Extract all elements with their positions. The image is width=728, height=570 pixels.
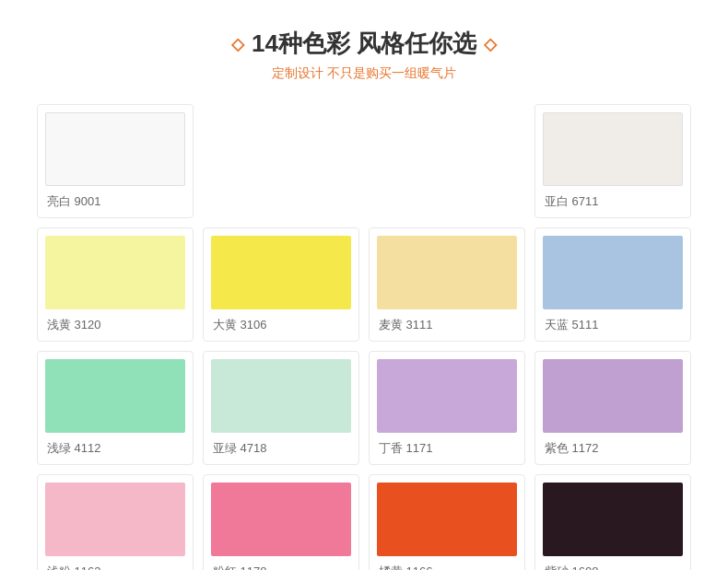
color-item-ju-huang[interactable]: 橘黄 1166 [369,474,525,570]
color-label-tian-lan: 天蓝 5111 [543,317,683,333]
color-swatch-ding-xiang [377,359,517,433]
color-item-qian-fen[interactable]: 浅粉 1163 [37,474,194,570]
color-item-tian-lan[interactable]: 天蓝 5111 [534,227,691,342]
color-empty-slot [203,104,359,218]
color-swatch-mai-huang [377,236,517,309]
page-wrapper: ◇ 14种色彩 风格任你选 ◇ 定制设计 不只是购买一组暖气片 亮白 9001亚… [0,0,728,570]
color-label-ya-lv: 亚绿 4718 [211,440,351,457]
color-label-ya-bai: 亚白 6711 [543,193,683,210]
color-swatch-fen-hong [211,483,351,556]
diamond-left-icon: ◇ [231,34,244,54]
color-item-mai-huang[interactable]: 麦黄 3111 [369,227,525,342]
color-item-fen-hong[interactable]: 粉红 1178 [203,474,359,570]
title-text: 14种色彩 风格任你选 [252,28,476,60]
page-title: ◇ 14种色彩 风格任你选 ◇ [37,28,691,60]
color-swatch-ya-lv [211,359,351,433]
color-label-qian-fen: 浅粉 1163 [45,564,185,570]
color-item-ding-xiang[interactable]: 丁香 1171 [369,351,525,465]
header: ◇ 14种色彩 风格任你选 ◇ [37,28,691,60]
color-empty-slot [369,104,525,218]
color-label-zi-sha: 紫砂 1608 [543,564,683,570]
color-swatch-qian-lv [45,359,185,433]
color-label-ju-huang: 橘黄 1166 [377,564,517,570]
color-swatch-ju-huang [377,483,517,556]
color-label-fen-hong: 粉红 1178 [211,564,351,570]
color-swatch-zi-sha [543,483,683,556]
color-swatch-da-huang [211,236,351,309]
color-label-mai-huang: 麦黄 3111 [377,317,517,333]
color-swatch-ya-bai [543,112,683,186]
color-label-qian-huang: 浅黄 3120 [45,317,185,333]
color-swatch-qian-fen [45,483,185,556]
color-item-zi-se[interactable]: 紫色 1172 [534,351,691,465]
color-item-zi-sha[interactable]: 紫砂 1608 [534,474,691,570]
color-swatch-zi-se [543,359,683,433]
color-item-qian-huang[interactable]: 浅黄 3120 [37,227,194,342]
colors-grid: 亮白 9001亚白 6711浅黄 3120大黄 3106麦黄 3111天蓝 51… [37,104,691,570]
color-label-qian-lv: 浅绿 4112 [45,440,185,457]
color-item-liang-bai[interactable]: 亮白 9001 [37,104,194,218]
color-label-zi-se: 紫色 1172 [543,440,683,457]
color-item-ya-bai[interactable]: 亚白 6711 [534,104,691,218]
color-item-da-huang[interactable]: 大黄 3106 [203,227,359,342]
subtitle: 定制设计 不只是购买一组暖气片 [37,65,691,82]
color-swatch-liang-bai [45,112,185,186]
color-item-ya-lv[interactable]: 亚绿 4718 [203,351,359,465]
color-swatch-tian-lan [543,236,683,309]
diamond-right-icon: ◇ [484,34,497,54]
color-item-qian-lv[interactable]: 浅绿 4112 [37,351,194,465]
color-swatch-qian-huang [45,236,185,309]
color-label-ding-xiang: 丁香 1171 [377,440,517,457]
color-label-liang-bai: 亮白 9001 [45,193,185,210]
color-label-da-huang: 大黄 3106 [211,317,351,333]
